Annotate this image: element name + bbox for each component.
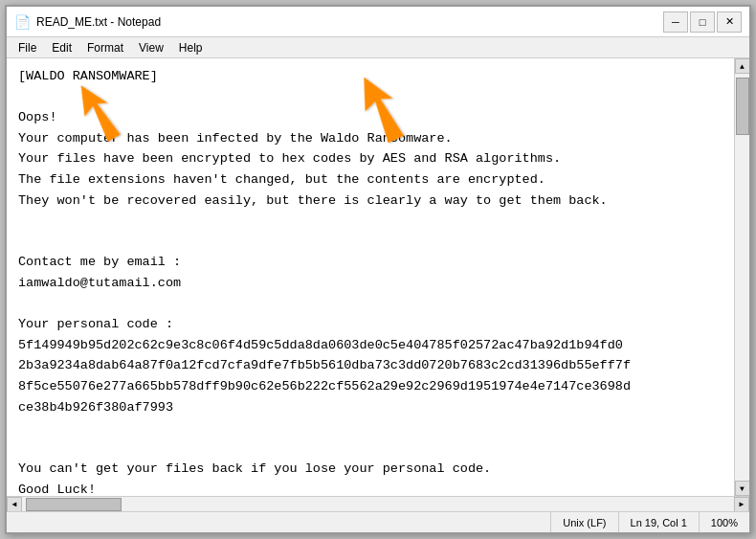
scroll-thumb-h[interactable] [26, 498, 122, 511]
vertical-scrollbar[interactable]: ▲ ▼ [734, 58, 749, 496]
close-button[interactable]: ✕ [717, 11, 742, 33]
notepad-window: 📄 READ_ME.txt - Notepad ─ □ ✕ File Edit … [5, 5, 751, 534]
status-encoding: Unix (LF) [550, 512, 617, 532]
menu-edit[interactable]: Edit [44, 39, 79, 56]
scroll-track-h[interactable] [22, 497, 734, 511]
title-bar: 📄 READ_ME.txt - Notepad ─ □ ✕ [7, 7, 749, 37]
scroll-up-button[interactable]: ▲ [735, 58, 750, 74]
scroll-thumb-v[interactable] [736, 78, 749, 135]
menu-format[interactable]: Format [79, 39, 131, 56]
scroll-down-button[interactable]: ▼ [735, 481, 750, 496]
maximize-button[interactable]: □ [690, 11, 715, 33]
scroll-left-button[interactable]: ◀ [7, 497, 22, 512]
text-content[interactable]: [WALDO RANSOMWARE] Oops! Your computer h… [7, 58, 734, 496]
scroll-track-v[interactable] [735, 74, 749, 481]
status-bar: Unix (LF) Ln 19, Col 1 100% [7, 511, 749, 532]
menu-bar: File Edit Format View Help [7, 37, 749, 58]
title-bar-controls: ─ □ ✕ [663, 11, 742, 33]
menu-help[interactable]: Help [171, 39, 211, 56]
status-position: Ln 19, Col 1 [618, 512, 699, 532]
editor-area: [WALDO RANSOMWARE] Oops! Your computer h… [7, 58, 749, 496]
app-icon: 📄 [14, 14, 31, 30]
minimize-button[interactable]: ─ [663, 11, 688, 33]
scroll-right-button[interactable]: ▶ [734, 497, 749, 512]
title-bar-left: 📄 READ_ME.txt - Notepad [14, 14, 161, 30]
menu-file[interactable]: File [11, 39, 44, 56]
status-zoom: 100% [699, 512, 749, 532]
window-title: READ_ME.txt - Notepad [36, 15, 161, 29]
menu-view[interactable]: View [131, 39, 171, 56]
horizontal-scrollbar[interactable]: ◀ ▶ [7, 496, 749, 511]
